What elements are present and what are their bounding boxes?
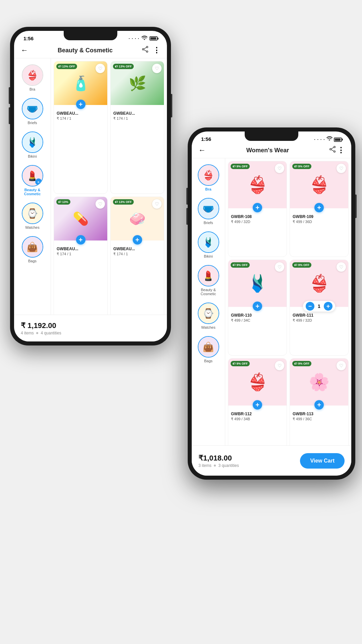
product-name-4-front: GWBR-111 [293,313,346,318]
product-price-2-back: ₹ 174 / 1 [113,116,161,121]
list-item: 👙 🏷 9% OFF ♡ + GWBR-112 ₹ 499 / 34B [228,358,287,454]
svg-line-3 [144,47,146,49]
share-icon-back[interactable] [142,46,148,55]
sidebar-item-briefs-back[interactable]: 🩲 Briefs [14,95,51,128]
table-row: 🌿 🏷 13% OFF ♡ GWBEAU... ₹ 174 / 1 [110,61,164,194]
product-price-3-front: ₹ 499 / 34C [231,318,284,323]
product-name-4-back: GWBEAU... [113,247,161,251]
sidebar-label-bra-back: Bra [29,87,35,91]
svg-point-1 [142,49,144,50]
list-item: 🌸 🏷 9% OFF ♡ + GWBR-113 ₹ 499 / 36C [290,358,349,454]
add-btn-6-front[interactable]: + [314,400,324,410]
sidebar-label-briefs-back: Briefs [27,121,37,125]
add-btn-5-front[interactable]: + [253,400,262,410]
product-img-4-front: 👙 [309,274,329,293]
view-cart-button[interactable]: View Cart [300,453,345,469]
screen-back: 1:56 · · · · ← Beauty & Cosmetic ⋮ [14,31,167,341]
sidebar-item-beauty-back[interactable]: 💄 » Beauty &Cosmetic [14,162,51,199]
list-item: 👙 🏷 9% OFF ♡ + GWBR-109 ₹ 499 / 36D [290,161,349,257]
svg-line-8 [331,147,334,149]
discount-badge-2-back: 🏷 13% OFF [113,64,134,69]
signal-icon-front: · · · · [314,137,325,142]
add-btn-3-back[interactable]: + [76,235,85,245]
header-icons-back: ⋮ [142,46,160,55]
sidebar-item-watches-back[interactable]: ⌚ Watches [14,199,51,233]
add-btn-3-front[interactable]: + [253,302,262,311]
sidebar-item-bags-front[interactable]: 👜 Bags [192,333,225,366]
svg-line-4 [144,50,146,51]
sidebar-item-bikini-front[interactable]: 🩱 Bikini [192,228,225,262]
products-grid-back: 🧴 🏷 13% OFF ♡ + GWBEAU... ₹ 174 / 1 🌿 🏷 … [51,58,167,332]
list-item: 👙 🏷 9% OFF ♡ − 1 + GWBR-111 ₹ 499 / 32D [290,260,349,356]
add-btn-4-back[interactable]: + [133,235,142,245]
content-back: 👙 Bra 🩲 Briefs 🩱 Bikini [14,58,167,332]
wishlist-btn-4-front[interactable]: ♡ [337,262,346,272]
sidebar-item-beauty-front[interactable]: 💄 Beauty &Cosmetic [192,262,225,299]
discount-badge-1-back: 🏷 13% OFF [56,64,77,69]
wishlist-btn-6-front[interactable]: ♡ [337,361,346,370]
discount-badge-6-front: 🏷 9% OFF [292,361,311,366]
content-front: 👙 Bra 🩲 Briefs 🩱 Bikini [192,158,351,457]
wishlist-btn-3-front[interactable]: ♡ [275,262,284,272]
product-price-1-front: ₹ 499 / 32D [231,220,284,224]
list-item: 🩱 🏷 9% OFF ♡ + GWBR-110 ₹ 499 / 34C [228,260,287,356]
discount-badge-3-front: 🏷 9% OFF [231,262,250,268]
qty-value-4-front: 1 [316,304,322,309]
wishlist-btn-2-front[interactable]: ♡ [337,164,346,173]
sidebar-label-beauty-front: Beauty &Cosmetic [201,288,216,296]
product-img-3-front: 🩱 [247,274,268,293]
sidebar-label-bra-front: Bra [205,187,211,191]
sidebar-item-watches-front[interactable]: ⌚ Watches [192,299,225,333]
header-icons-front: ⋮ [329,146,345,155]
product-name-1-front: GWBR-108 [231,214,284,219]
quantity-control-4-front: − 1 + [303,301,335,312]
table-row: 💊 🏷 13% ♡ + GWBEAU... ₹ 174 / 1 [54,197,108,329]
add-btn-1-front[interactable]: + [253,203,262,212]
page-title-back: Beauty & Cosmetic [28,47,142,54]
sidebar-item-bikini-back[interactable]: 🩱 Bikini [14,128,51,162]
more-icon-back[interactable]: ⋮ [153,46,160,55]
wishlist-btn-1-front[interactable]: ♡ [275,164,284,173]
back-btn-back[interactable]: ← [21,46,28,55]
wishlist-btn-1-back[interactable]: ♡ [96,64,105,73]
wishlist-btn-3-back[interactable]: ♡ [96,199,105,209]
sidebar-back: 👙 Bra 🩲 Briefs 🩱 Bikini [14,58,51,332]
sidebar-label-watches-front: Watches [201,325,215,329]
share-icon-front[interactable] [329,147,337,154]
back-btn-front[interactable]: ← [198,146,206,155]
product-price-4-front: ₹ 499 / 32D [293,318,346,323]
status-icons-back: · · · · [129,36,158,41]
table-row: 🧼 🏷 13% OFF ♡ + GWBEAU... ₹ 174 / 1 [110,197,164,329]
wishlist-btn-2-back[interactable]: ♡ [152,64,162,73]
discount-badge-4-back: 🏷 13% OFF [113,199,134,205]
sidebar-label-beauty-back: Beauty &Cosmetic [24,188,41,196]
wishlist-btn-4-back[interactable]: ♡ [152,199,162,209]
cart-total-front: ₹1,018.00 [198,454,239,463]
battery-icon [149,36,158,41]
cart-meta-front: 3 items 3 quantities [198,463,239,468]
product-name-5-front: GWBR-112 [231,412,284,416]
svg-point-6 [330,149,331,150]
time-back: 1:56 [23,36,34,41]
add-btn-2-front[interactable]: + [314,203,324,212]
more-icon-front[interactable]: ⋮ [337,146,345,154]
product-name-1-back: GWBEAU... [57,111,105,116]
qty-minus-4-front[interactable]: − [306,302,314,311]
sidebar-label-bags-back: Bags [28,259,37,263]
product-image-4-back: 🧼 [129,211,146,227]
product-price-4-back: ₹ 174 / 1 [113,252,161,256]
back-phone: 1:56 · · · · ← Beauty & Cosmetic ⋮ [10,27,171,345]
bottom-bar-back: ₹ 1,192.00 4 items 4 quantities [14,315,167,341]
add-btn-1-back[interactable]: + [76,100,85,109]
product-img-6-front: 🌸 [309,372,329,392]
sidebar-item-briefs-front[interactable]: 🩲 Briefs [192,195,225,228]
wishlist-btn-5-front[interactable]: ♡ [275,361,284,370]
qty-plus-4-front[interactable]: + [324,302,333,311]
discount-badge-4-front: 🏷 9% OFF [292,262,311,268]
sidebar-item-bra-back[interactable]: 👙 Bra [14,61,51,95]
header-front: ← Women's Wear ⋮ [192,145,351,158]
wifi-icon-front [326,136,334,142]
sidebar-item-bags-back[interactable]: 👜 Bags [14,233,51,266]
sidebar-item-bra-front[interactable]: 👙 Bra [192,161,225,195]
sidebar-label-bikini-back: Bikini [28,154,37,158]
